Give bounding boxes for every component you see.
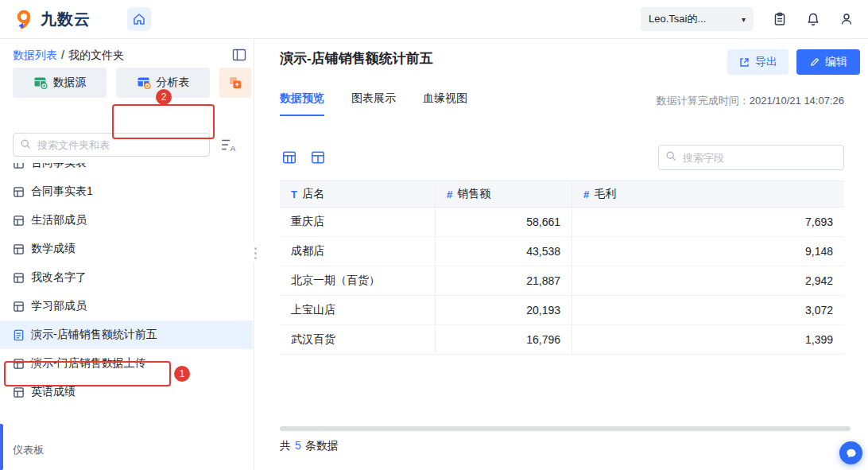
analysis-table-button-label: 分析表 bbox=[157, 76, 190, 90]
datasource-icon bbox=[33, 76, 48, 90]
data-preview-table: T 店名 # 销售额 # 毛利 重庆店 58,661 7,693 bbox=[280, 181, 844, 355]
breadcrumb: 数据列表/我的文件夹 bbox=[13, 49, 124, 63]
caret-down-icon: ▾ bbox=[742, 15, 746, 24]
row-count-suffix: 条数据 bbox=[305, 439, 339, 452]
edit-pencil-icon bbox=[809, 56, 820, 68]
table-row: 北京一期（百货） 21,887 2,942 bbox=[280, 266, 844, 296]
chat-support-button[interactable] bbox=[839, 441, 862, 464]
list-item[interactable]: 演示-门店销售数据上传 bbox=[0, 349, 253, 378]
field-search-input[interactable] bbox=[658, 145, 844, 170]
sheet-icon bbox=[13, 163, 25, 169]
list-item-label: 我改名字了 bbox=[31, 270, 87, 285]
breadcrumb-separator: / bbox=[61, 49, 64, 61]
datasource-button[interactable]: 数据源 bbox=[13, 68, 107, 98]
list-item-label: 英语成绩 bbox=[31, 385, 76, 399]
template-icon bbox=[228, 76, 242, 90]
sidebar-collapse-handle[interactable] bbox=[252, 243, 258, 263]
list-item[interactable]: 英语成绩 bbox=[0, 378, 253, 406]
home-button[interactable] bbox=[127, 7, 151, 31]
cell-store-name: 武汉百货 bbox=[280, 325, 436, 354]
search-icon bbox=[20, 138, 32, 150]
app-screen: 九数云 Leo.Tsai的... ▾ bbox=[0, 0, 868, 470]
table-row: 武汉百货 16,796 1,399 bbox=[280, 325, 844, 355]
table-toolbar bbox=[281, 150, 326, 165]
folder-item-list: 合同事实表 合同事实表1 生活部成员 数学成绩 我改名字了 学习部成员 bbox=[0, 163, 253, 433]
template-button[interactable] bbox=[219, 68, 251, 98]
annotation-badge-1: 1 bbox=[174, 366, 190, 382]
list-item-label: 学习部成员 bbox=[31, 299, 87, 313]
list-item[interactable]: 我改名字了 bbox=[0, 263, 253, 292]
folder-search-input[interactable] bbox=[13, 133, 210, 157]
list-item[interactable]: 学习部成员 bbox=[0, 292, 253, 320]
table-header-icon[interactable] bbox=[310, 150, 326, 165]
sheet-icon bbox=[13, 243, 25, 255]
edit-button[interactable]: 编辑 bbox=[796, 49, 860, 75]
cell-sales: 58,661 bbox=[436, 208, 572, 236]
topbar: 九数云 Leo.Tsai的... ▾ bbox=[0, 0, 868, 39]
sheet-icon bbox=[13, 272, 25, 284]
cell-profit: 1,399 bbox=[572, 325, 844, 354]
dashboard-section-label[interactable]: 仪表板 bbox=[13, 443, 44, 457]
breadcrumb-data-list[interactable]: 数据列表 bbox=[13, 49, 57, 61]
app-logo[interactable]: 九数云 bbox=[14, 9, 91, 30]
column-header-label: 毛利 bbox=[594, 187, 616, 201]
panel-toggle-icon[interactable] bbox=[231, 47, 247, 63]
tab-data-preview[interactable]: 数据预览 bbox=[280, 91, 324, 116]
column-header-label: 销售额 bbox=[457, 187, 490, 201]
cell-profit: 3,072 bbox=[572, 296, 844, 324]
sort-icon[interactable]: A bbox=[220, 136, 238, 153]
list-item[interactable]: 生活部成员 bbox=[0, 206, 253, 235]
horizontal-scrollbar[interactable] bbox=[280, 426, 851, 431]
cell-store-name: 成都店 bbox=[280, 237, 436, 266]
tab-lineage-view[interactable]: 血缘视图 bbox=[423, 91, 467, 116]
list-item[interactable]: 数学成绩 bbox=[0, 235, 253, 263]
table-row: 上宝山店 20,193 3,072 bbox=[280, 296, 844, 325]
number-field-icon: # bbox=[583, 188, 589, 200]
list-item-selected[interactable]: 演示-店铺销售额统计前五 bbox=[0, 320, 253, 349]
user-menu[interactable]: Leo.Tsai的... ▾ bbox=[641, 7, 754, 31]
analysis-table-icon bbox=[137, 76, 151, 90]
column-header-profit[interactable]: # 毛利 bbox=[572, 181, 844, 207]
doc-icon bbox=[13, 329, 25, 341]
logo-text: 九数云 bbox=[41, 9, 91, 30]
sidebar: 数据列表/我的文件夹 数据源 bbox=[0, 39, 254, 470]
cell-store-name: 上宝山店 bbox=[280, 296, 436, 324]
text-field-icon: T bbox=[291, 188, 297, 200]
column-header-label: 店名 bbox=[302, 187, 324, 201]
bell-icon[interactable] bbox=[806, 12, 820, 26]
cell-profit: 7,693 bbox=[572, 208, 844, 236]
left-edge-scrollbar[interactable] bbox=[0, 424, 3, 470]
cell-store-name: 北京一期（百货） bbox=[280, 266, 436, 295]
calc-time-value: 2021/10/21 14:07:26 bbox=[750, 95, 844, 107]
user-menu-label: Leo.Tsai的... bbox=[649, 12, 706, 26]
field-search bbox=[658, 145, 844, 170]
column-header-store[interactable]: T 店名 bbox=[280, 181, 436, 207]
folder-search bbox=[13, 133, 210, 157]
sheet-icon bbox=[13, 186, 25, 198]
clipboard-icon[interactable] bbox=[773, 12, 787, 26]
export-button[interactable]: 导出 bbox=[727, 49, 789, 75]
table-body: 重庆店 58,661 7,693 成都店 43,538 9,148 北京一期（百… bbox=[280, 208, 844, 355]
logo-icon bbox=[14, 9, 35, 29]
cell-sales: 16,796 bbox=[436, 325, 572, 354]
calc-time-label: 数据计算完成时间： bbox=[657, 95, 750, 107]
cell-profit: 2,942 bbox=[572, 266, 844, 295]
list-item[interactable]: 合同事实表1 bbox=[0, 177, 253, 206]
data-table-icon[interactable] bbox=[281, 150, 297, 165]
column-header-sales[interactable]: # 销售额 bbox=[436, 181, 572, 207]
tab-bar: 数据预览 图表展示 血缘视图 bbox=[280, 91, 467, 116]
user-icon[interactable] bbox=[839, 12, 854, 26]
list-item-label: 数学成绩 bbox=[31, 242, 76, 256]
home-icon bbox=[132, 12, 146, 26]
list-item-label: 演示-店铺销售额统计前五 bbox=[31, 328, 157, 342]
table-header-row: T 店名 # 销售额 # 毛利 bbox=[280, 181, 844, 208]
cell-store-name: 重庆店 bbox=[280, 208, 436, 236]
export-button-label: 导出 bbox=[755, 55, 777, 69]
topbar-right: Leo.Tsai的... ▾ bbox=[641, 7, 854, 31]
row-count: 共5条数据 bbox=[280, 439, 339, 453]
tab-chart-display[interactable]: 图表展示 bbox=[351, 91, 396, 116]
list-item[interactable]: 合同事实表 bbox=[0, 163, 253, 177]
list-item-label: 合同事实表 bbox=[31, 163, 87, 170]
datasource-button-label: 数据源 bbox=[53, 76, 87, 90]
list-item-label: 演示-门店销售数据上传 bbox=[31, 356, 146, 371]
